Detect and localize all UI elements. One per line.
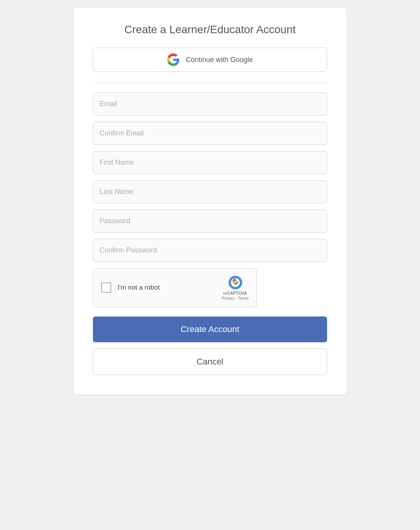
recaptcha-icon	[228, 275, 243, 290]
first-name-group	[93, 151, 327, 174]
first-name-field[interactable]	[93, 151, 327, 174]
email-field[interactable]	[93, 92, 327, 116]
google-button-label: Continue with Google	[186, 56, 253, 64]
recaptcha-links: Privacy - Terms	[222, 296, 249, 301]
continue-with-google-button[interactable]: Continue with Google	[93, 48, 327, 72]
recaptcha-right: reCAPTCHA Privacy - Terms	[222, 275, 249, 301]
recaptcha-widget: I'm not a robot reCAPTCHA Privacy - Term…	[93, 268, 257, 307]
confirm-password-field[interactable]	[93, 239, 327, 262]
recaptcha-label: I'm not a robot	[117, 284, 160, 292]
recaptcha-left: I'm not a robot	[101, 283, 160, 293]
recaptcha-checkbox[interactable]	[101, 283, 111, 293]
divider	[93, 83, 327, 83]
recaptcha-brand: reCAPTCHA	[223, 291, 247, 295]
confirm-email-field[interactable]	[93, 122, 327, 145]
signup-card: Create a Learner/Educator Account Contin…	[73, 8, 347, 395]
create-account-button[interactable]: Create Account	[93, 317, 327, 342]
confirm-email-group	[93, 122, 327, 145]
page-title: Create a Learner/Educator Account	[93, 23, 327, 36]
confirm-password-group	[93, 239, 327, 262]
email-group	[93, 92, 327, 116]
password-field[interactable]	[93, 210, 327, 233]
cancel-button[interactable]: Cancel	[93, 349, 327, 375]
google-icon	[167, 53, 180, 66]
last-name-group	[93, 180, 327, 203]
last-name-field[interactable]	[93, 180, 327, 203]
password-group	[93, 210, 327, 233]
